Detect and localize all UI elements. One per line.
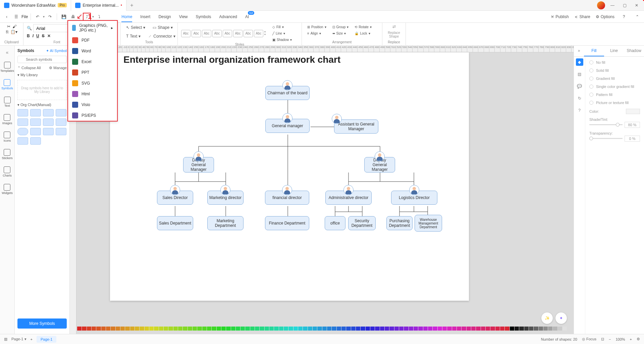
ai-symbol-link[interactable]: ✦ AI Symbol: [46, 49, 67, 53]
user-avatar[interactable]: [597, 1, 605, 9]
transparency-slider[interactable]: [589, 138, 623, 139]
node-purch-dept[interactable]: Purchasing Department: [386, 216, 413, 230]
shape-item[interactable]: [17, 109, 28, 116]
page-select[interactable]: Page-1 ▾: [11, 337, 26, 341]
tab-advanced[interactable]: Advanced: [219, 12, 237, 22]
page-tool-icon[interactable]: ▤: [576, 70, 583, 78]
format-painter-icon[interactable]: 🖌: [12, 24, 16, 29]
fill-none[interactable]: No fill: [589, 60, 640, 64]
zoom-out-button[interactable]: −: [609, 337, 611, 341]
shape-item[interactable]: [17, 128, 28, 135]
undo-button[interactable]: ↶: [34, 13, 42, 21]
shade-slider[interactable]: [589, 124, 623, 125]
node-log-dir[interactable]: Logistics Director: [391, 191, 437, 205]
orgchart-section[interactable]: ▾ Org Chart(Manual): [17, 103, 67, 107]
collapse-all-button[interactable]: ⌃ Collapse All: [17, 66, 41, 70]
rotate-button[interactable]: ⟲ Rotate▾: [353, 24, 373, 30]
focus-button[interactable]: ◎ Focus: [582, 337, 596, 341]
close-button[interactable]: ✕: [632, 1, 641, 10]
style-tool-icon[interactable]: ◆: [576, 58, 583, 66]
tab-home[interactable]: Home: [121, 12, 132, 22]
menu-button[interactable]: ☰: [12, 13, 20, 21]
sidebar-images[interactable]: Images: [2, 114, 12, 125]
clear-format-button[interactable]: ✕: [47, 34, 51, 38]
export-svg[interactable]: SVG: [68, 78, 117, 89]
node-mkt-dir[interactable]: Marketing director: [207, 191, 244, 205]
comment-tool-icon[interactable]: 💬: [576, 83, 583, 90]
transparency-value[interactable]: 0 %: [625, 136, 640, 142]
sidebar-icons[interactable]: Icons: [4, 132, 11, 142]
paste-icon[interactable]: 📋▾: [10, 30, 17, 34]
fill-single-gradient[interactable]: Single color gradient fill: [589, 85, 640, 89]
help-button[interactable]: ?: [620, 13, 628, 21]
tab-line[interactable]: Line: [604, 46, 624, 56]
export-ppt[interactable]: PPT: [68, 67, 117, 78]
app-tab[interactable]: Wondershare EdrawMax Pro: [0, 0, 71, 11]
line-button[interactable]: ╱ Line▾: [270, 31, 294, 36]
publish-button[interactable]: ⤧ Publish: [551, 14, 569, 19]
shape-item[interactable]: [17, 118, 28, 126]
bold-button[interactable]: B: [27, 34, 30, 38]
pages-icon[interactable]: ▥: [4, 337, 7, 341]
zoom-in-button[interactable]: +: [630, 337, 632, 341]
fill-gradient[interactable]: Gradient fill: [589, 77, 640, 81]
node-gm[interactable]: General manager: [265, 119, 310, 133]
export-pdf[interactable]: PDF: [68, 35, 117, 46]
sidebar-symbols[interactable]: Symbols: [1, 79, 13, 90]
redo-button[interactable]: ↷: [46, 13, 54, 21]
zoom-level[interactable]: 100%: [615, 337, 625, 341]
add-page-button[interactable]: +: [31, 337, 33, 341]
color-swatch[interactable]: [626, 109, 640, 114]
tab-ai[interactable]: AIhot: [245, 12, 249, 22]
shape-item[interactable]: [56, 128, 66, 135]
node-assistant[interactable]: Assistant to General Manager: [334, 119, 378, 134]
shadow-button[interactable]: ▣ Shadow▾: [270, 37, 294, 43]
ai-button[interactable]: ✦: [555, 312, 567, 324]
node-mkt-dept[interactable]: Marketing Department: [207, 216, 244, 230]
export-visio[interactable]: Visio: [68, 99, 117, 110]
node-admin-dir[interactable]: Administrative director: [325, 191, 372, 205]
shape-item[interactable]: [56, 118, 66, 126]
drop-zone[interactable]: Drag symbols here to add to My Library: [17, 80, 67, 100]
node-dgm1[interactable]: Deputy General Manager: [183, 157, 214, 173]
sidebar-templates[interactable]: Templates: [0, 62, 14, 72]
lock-button[interactable]: 🔒 Lock▾: [353, 31, 373, 36]
share-button[interactable]: ⪪ Share: [574, 14, 590, 19]
export-html[interactable]: Html: [68, 89, 117, 99]
undo-dropdown[interactable]: ▾: [43, 15, 45, 18]
collapse-sidebar-button[interactable]: «: [6, 50, 9, 55]
text-tool[interactable]: T Text▾: [124, 33, 143, 40]
size-button[interactable]: ⬌ Size▾: [330, 31, 351, 36]
manage-button[interactable]: ⚙ Manage: [49, 66, 67, 70]
copy-icon[interactable]: ⎘: [6, 30, 8, 34]
styles-gallery[interactable]: AbcAbcAbcAbcAbcAbcAbcAbc ▴▾: [181, 30, 266, 37]
node-dgm2[interactable]: Deputy General Manager: [364, 157, 395, 173]
shape-item[interactable]: [30, 109, 41, 116]
node-sales-dept[interactable]: Sales Department: [157, 216, 193, 230]
shape-item[interactable]: [30, 128, 41, 135]
more-symbols-button[interactable]: More Symbols: [17, 318, 67, 329]
print-button[interactable]: 🖶: [69, 13, 77, 21]
sidebar-text[interactable]: Text: [4, 97, 11, 107]
fill-pattern[interactable]: Pattern fill: [589, 93, 640, 97]
strike-button[interactable]: S: [42, 34, 45, 38]
shape-tool[interactable]: ▭ Shape▾: [151, 24, 175, 31]
history-tool-icon[interactable]: ↻: [576, 95, 583, 102]
sidebar-stickers[interactable]: Stickers: [2, 149, 12, 160]
cut-icon[interactable]: ✂: [7, 24, 10, 29]
group-button[interactable]: ⊡ Group▾: [330, 24, 351, 30]
color-palette-bar[interactable]: [77, 327, 567, 331]
shape-item[interactable]: [30, 137, 41, 145]
fit-button[interactable]: ⊡: [601, 337, 604, 341]
chart-title[interactable]: Enterprise internal organization framewo…: [123, 54, 340, 65]
save-button[interactable]: 💾: [60, 13, 68, 21]
shape-item[interactable]: [17, 137, 28, 145]
export-ps[interactable]: PS/EPS: [68, 110, 117, 121]
italic-button[interactable]: I: [33, 34, 34, 38]
sidebar-widgets[interactable]: Widgets: [2, 184, 13, 195]
tab-fill[interactable]: Fill: [584, 46, 604, 56]
connector-tool[interactable]: ⟋ Connector▾: [146, 33, 177, 40]
shade-value[interactable]: 80 %: [625, 122, 640, 128]
shape-item[interactable]: [56, 109, 66, 116]
expand-panel-button[interactable]: »: [574, 46, 584, 56]
